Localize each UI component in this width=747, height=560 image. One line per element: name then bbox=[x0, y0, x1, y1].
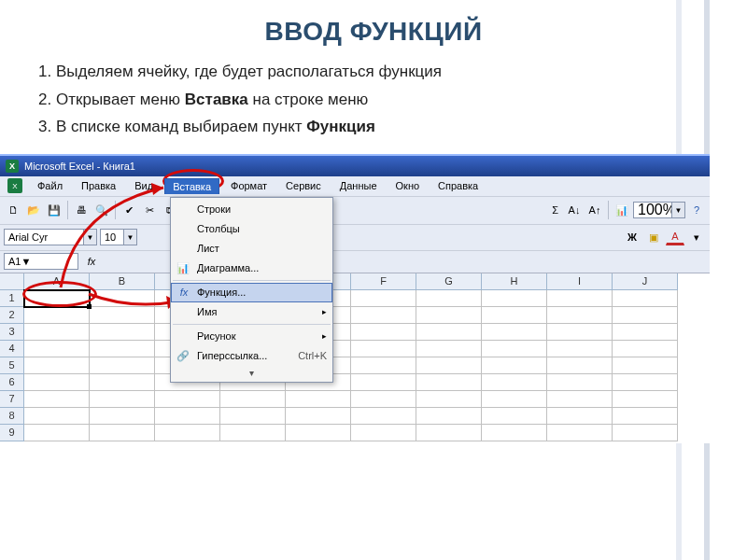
col-header[interactable]: I bbox=[547, 273, 613, 290]
menu-item-chart[interactable]: 📊Диаграмма... bbox=[171, 259, 332, 278]
row-header[interactable]: 3 bbox=[0, 324, 24, 341]
menu-view[interactable]: Вид bbox=[127, 178, 161, 193]
row-header[interactable]: 4 bbox=[0, 341, 24, 357]
menu-file[interactable]: Файл bbox=[30, 178, 70, 193]
menu-item-picture[interactable]: Рисунок▸ bbox=[171, 327, 332, 346]
standard-toolbar: 🗋 📂 💾 🖶 🔍 ✔ ✂ ⧉ 📋 Σ A↓ A↑ 📊 100%▼ ? bbox=[0, 197, 710, 225]
fx-icon[interactable]: fx bbox=[82, 252, 101, 271]
excel-titlebar: X Microsoft Excel - Книга1 bbox=[0, 156, 710, 176]
instructions-list: Выделяем ячейку, где будет располагаться… bbox=[0, 60, 747, 154]
spreadsheet-grid: A B C D E F G H I J 1 2 3 4 5 6 7 8 9 bbox=[0, 273, 710, 441]
row-header[interactable]: 1 bbox=[0, 290, 24, 307]
row-header[interactable]: 8 bbox=[0, 408, 24, 425]
submenu-arrow-icon: ▸ bbox=[322, 307, 327, 316]
open-icon[interactable]: 📂 bbox=[24, 201, 43, 219]
help-icon[interactable]: ? bbox=[687, 201, 706, 219]
sort-desc-icon[interactable]: A↑ bbox=[585, 201, 604, 219]
menu-format[interactable]: Формат bbox=[223, 178, 275, 193]
excel-app-icon: X bbox=[6, 160, 19, 173]
sort-asc-icon[interactable]: A↓ bbox=[565, 201, 584, 219]
instruction-item: Открывает меню Вставка на строке меню bbox=[56, 88, 713, 112]
spellcheck-icon[interactable]: ✔ bbox=[120, 201, 138, 219]
menu-help[interactable]: Справка bbox=[430, 178, 486, 193]
row-header[interactable]: 5 bbox=[0, 357, 24, 374]
menu-item-columns[interactable]: Столбцы bbox=[171, 219, 332, 239]
row-header[interactable]: 9 bbox=[0, 425, 24, 441]
row-header[interactable]: 2 bbox=[0, 307, 24, 324]
fontsize-combo[interactable]: 10▼ bbox=[100, 229, 137, 245]
chart-icon: 📊 bbox=[175, 260, 191, 275]
cut-icon[interactable]: ✂ bbox=[140, 201, 159, 219]
font-color-icon[interactable]: A bbox=[666, 230, 684, 245]
menu-item-function[interactable]: fxФункция... bbox=[171, 283, 332, 302]
col-header[interactable]: A bbox=[24, 273, 90, 290]
save-icon[interactable]: 💾 bbox=[45, 201, 63, 219]
menu-item-rows[interactable]: Строки bbox=[171, 200, 332, 219]
name-box[interactable]: A1▼ bbox=[4, 253, 78, 270]
menu-item-sheet[interactable]: Лист bbox=[171, 239, 332, 259]
instruction-item: Выделяем ячейку, где будет располагаться… bbox=[56, 60, 713, 84]
slide-title: ВВОД ФУНКЦИЙ bbox=[0, 0, 747, 60]
menu-data[interactable]: Данные bbox=[332, 178, 385, 193]
menu-item-name[interactable]: Имя▸ bbox=[171, 302, 332, 322]
workbook-icon: X bbox=[7, 178, 22, 193]
menu-insert[interactable]: Вставка bbox=[164, 178, 219, 194]
menu-window[interactable]: Окно bbox=[388, 178, 428, 193]
insert-menu-dropdown: Строки Столбцы Лист 📊Диаграмма... fxФунк… bbox=[170, 197, 333, 383]
col-header[interactable]: F bbox=[351, 273, 416, 290]
menu-service[interactable]: Сервис bbox=[278, 178, 329, 193]
hyperlink-icon: 🔗 bbox=[175, 348, 191, 363]
expand-menu-icon[interactable]: ▾ bbox=[171, 366, 332, 380]
new-icon[interactable]: 🗋 bbox=[4, 201, 22, 219]
row-header[interactable]: 7 bbox=[0, 391, 24, 408]
menu-item-hyperlink[interactable]: 🔗Гиперссылка...Ctrl+K bbox=[171, 346, 332, 366]
select-all-corner[interactable] bbox=[0, 273, 24, 290]
instruction-item: В списке команд выбираем пункт Функция bbox=[56, 115, 713, 139]
zoom-combo[interactable]: 100%▼ bbox=[633, 202, 685, 218]
excel-screenshot: X Microsoft Excel - Книга1 X Файл Правка… bbox=[0, 154, 710, 443]
preview-icon[interactable]: 🔍 bbox=[92, 201, 111, 219]
format-toolbar: Arial Cyr▼ 10▼ Ж ▣ A ▾ bbox=[0, 225, 710, 251]
fill-color-icon[interactable]: ▣ bbox=[644, 228, 663, 246]
bold-icon[interactable]: Ж bbox=[623, 228, 641, 246]
excel-menubar: X Файл Правка Вид Вставка Формат Сервис … bbox=[0, 176, 710, 197]
chevron-down-icon[interactable]: ▾ bbox=[687, 228, 706, 246]
col-header[interactable]: J bbox=[613, 273, 678, 290]
cell-a1[interactable] bbox=[24, 290, 90, 307]
col-header[interactable]: B bbox=[90, 273, 155, 290]
font-combo[interactable]: Arial Cyr▼ bbox=[4, 229, 97, 245]
chart-icon[interactable]: 📊 bbox=[613, 201, 631, 219]
submenu-arrow-icon: ▸ bbox=[322, 331, 327, 341]
excel-title-text: Microsoft Excel - Книга1 bbox=[24, 161, 135, 172]
fx-icon: fx bbox=[176, 285, 192, 300]
col-header[interactable]: G bbox=[416, 273, 482, 290]
menu-edit[interactable]: Правка bbox=[74, 178, 123, 193]
row-header[interactable]: 6 bbox=[0, 374, 24, 391]
sum-icon[interactable]: Σ bbox=[547, 201, 563, 219]
print-icon[interactable]: 🖶 bbox=[72, 201, 91, 219]
formula-bar: A1▼ fx bbox=[0, 251, 710, 273]
col-header[interactable]: H bbox=[482, 273, 547, 290]
